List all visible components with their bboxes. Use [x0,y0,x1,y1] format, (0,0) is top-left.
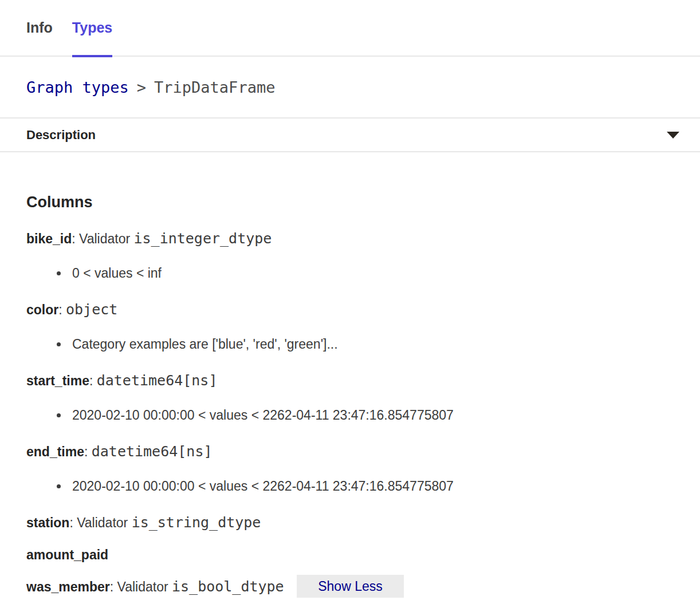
column-constraints-list: 2020-02-10 00:00:00 < values < 2262-04-1… [26,405,674,425]
column-name: amount_paid [26,547,108,562]
column-constraints-list: 0 < values < inf [26,263,674,283]
column-entry-bike_id: bike_id: Validator is_integer_dtype [26,229,674,248]
column-validator-label: : Validator [72,231,133,246]
column-entry-end_time: end_time: datetime64[ns] [26,442,674,461]
column-entry-station: station: Validator is_string_dtype [26,513,674,532]
column-entry-amount_paid: amount_paid [26,545,674,564]
column-validator-label: : Validator [110,579,172,594]
column-constraint: 0 < values < inf [26,263,674,283]
column-entry-start_time: start_time: datetime64[ns] [26,371,674,390]
column-entry-color: color: object [26,300,674,319]
description-title: Description [26,128,96,143]
columns-list: bike_id: Validator is_integer_dtype0 < v… [26,229,674,597]
tab-bar: Info Types [0,0,700,57]
column-dtype-code: datetime64[ns] [92,443,213,460]
column-constraint: Category examples are ['blue', 'red', 'g… [26,334,674,354]
column-name: start_time [26,373,89,388]
show-less-button[interactable]: Show Less [297,575,404,598]
column-name: bike_id [26,231,72,246]
breadcrumb-link-graph-types[interactable]: Graph types [26,78,129,96]
column-name: color [26,302,58,317]
column-dtype-code: is_integer_dtype [134,230,272,247]
chevron-down-icon[interactable] [667,132,679,139]
column-constraint: 2020-02-10 00:00:00 < values < 2262-04-1… [26,476,674,496]
column-dtype-code: datetime64[ns] [97,372,218,389]
column-constraints-list: 2020-02-10 00:00:00 < values < 2262-04-1… [26,476,674,496]
tab-info[interactable]: Info [26,0,53,56]
breadcrumb-separator: > [137,78,146,96]
tab-types[interactable]: Types [72,0,112,56]
breadcrumb-current: TripDataFrame [154,78,275,96]
breadcrumb: Graph types > TripDataFrame [0,57,700,119]
column-dtype-code: is_string_dtype [132,514,261,531]
column-name: end_time [26,444,84,459]
column-validator-label: : [89,373,97,388]
column-dtype-code: object [66,301,117,318]
column-constraint: 2020-02-10 00:00:00 < values < 2262-04-1… [26,405,674,425]
column-constraints-list: Category examples are ['blue', 'red', 'g… [26,334,674,354]
column-validator-label: : [58,302,66,317]
column-validator-label: : Validator [69,515,131,530]
column-dtype-code: is_bool_dtype [172,578,284,595]
description-section-header[interactable]: Description [0,119,700,152]
columns-section: Columns bike_id: Validator is_integer_dt… [0,192,700,597]
column-validator-label: : [84,444,92,459]
column-name: station [26,515,69,530]
column-name: was_member [26,579,110,594]
columns-heading: Columns [26,192,674,212]
